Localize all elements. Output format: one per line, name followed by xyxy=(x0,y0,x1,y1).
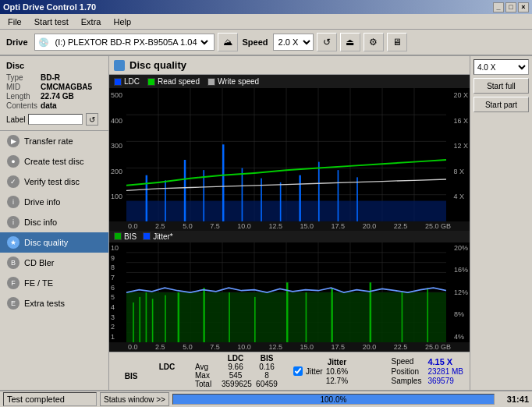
right-panel: 4.0 X Start full Start part xyxy=(470,56,532,390)
drive-selector[interactable]: 💿 (I:) PLEXTOR BD-R PX-B9505A 1.04 xyxy=(34,34,215,51)
maximize-button[interactable]: □ xyxy=(505,2,516,12)
svg-rect-52 xyxy=(229,292,230,342)
svg-rect-13 xyxy=(126,201,446,221)
sidebar-item-cd-bler[interactable]: B CD Bler xyxy=(0,253,108,273)
avg-label: Avg xyxy=(195,363,218,371)
jitter-label: Jitter xyxy=(306,367,323,376)
status-window-button[interactable]: Status window >> xyxy=(100,392,169,406)
menu-help[interactable]: Help xyxy=(108,16,136,27)
close-button[interactable]: × xyxy=(518,2,529,12)
extra-tests-icon: E xyxy=(7,297,20,310)
status-text: Test completed xyxy=(3,392,97,406)
minimize-button[interactable]: _ xyxy=(493,2,504,12)
max-label: Max xyxy=(195,371,218,380)
title-bar-buttons: _ □ × xyxy=(493,2,529,12)
jitter-color xyxy=(143,232,151,240)
start-part-button[interactable]: Start part xyxy=(473,97,529,112)
position-label: Position xyxy=(392,367,422,376)
label-row: Label ↺ xyxy=(0,111,108,127)
contents-value: data xyxy=(41,101,102,110)
label-input[interactable] xyxy=(28,114,83,125)
bottom-chart: 10987654321 xyxy=(109,242,470,342)
sidebar-item-disc-quality[interactable]: ★ Disc quality xyxy=(0,232,108,253)
monitor-button[interactable]: 🖥 xyxy=(387,33,407,51)
disc-info-grid: Type BD-R MID CMCMAGBA5 Length 22.74 GB … xyxy=(0,72,108,111)
nav-label-disc-quality: Disc quality xyxy=(24,238,68,247)
menu-start-test[interactable]: Start test xyxy=(30,16,73,27)
svg-rect-14 xyxy=(146,175,147,221)
menu-extra[interactable]: Extra xyxy=(76,16,106,27)
svg-rect-24 xyxy=(338,170,339,221)
stats-right-info: Speed 4.15 X Position 23281 MB Samples 3… xyxy=(392,357,464,385)
legend-ldc-label: LDC xyxy=(124,77,140,86)
svg-rect-46 xyxy=(139,297,140,342)
samples-label: Samples xyxy=(392,377,422,385)
bis-header: BIS xyxy=(115,372,147,380)
nav-label-drive-info: Drive info xyxy=(24,197,60,207)
drive-info-icon: i xyxy=(7,196,20,208)
sidebar-item-fe-te[interactable]: F FE / TE xyxy=(0,273,108,293)
progress-bar: 100.0% xyxy=(172,394,495,405)
speed-value: 4.15 X xyxy=(427,357,463,366)
drive-dropdown[interactable]: (I:) PLEXTOR BD-R PX-B9505A 1.04 xyxy=(52,37,211,48)
start-full-button[interactable]: Start full xyxy=(473,78,529,94)
sidebar-item-drive-info[interactable]: i Drive info xyxy=(0,192,108,212)
svg-rect-18 xyxy=(222,144,224,221)
sidebar-item-transfer-rate[interactable]: ▶ Transfer rate xyxy=(0,131,108,151)
settings-button[interactable]: ⚙ xyxy=(364,33,384,51)
svg-rect-55 xyxy=(306,292,307,342)
type-label: Type xyxy=(6,73,37,82)
nav-label-create-test-disc: Create test disc xyxy=(24,157,83,166)
label-refresh-button[interactable]: ↺ xyxy=(86,113,98,126)
svg-rect-59 xyxy=(427,288,428,342)
label-key: Label xyxy=(6,115,25,124)
disc-section: Disc Type BD-R MID CMCMAGBA5 Length 22.7… xyxy=(0,56,108,131)
progress-label: 100.0% xyxy=(173,395,494,405)
cd-bler-icon: B xyxy=(7,257,20,269)
sidebar-item-disc-info[interactable]: i Disc info xyxy=(0,212,108,232)
svg-rect-15 xyxy=(165,180,166,221)
nav-label-disc-info: Disc info xyxy=(24,218,57,227)
stats-bar: LDC BIS LDC BIS Avg 9.66 0.16 Max 545 8 … xyxy=(109,352,470,390)
sidebar-item-create-test-disc[interactable]: ● Create test disc xyxy=(0,151,108,172)
sidebar-item-verify-test-disc[interactable]: ✓ Verify test disc xyxy=(0,172,108,192)
eject-button[interactable]: ⏏ xyxy=(340,33,360,51)
speed-select[interactable]: 4.0 X xyxy=(473,59,529,75)
svg-rect-48 xyxy=(152,299,154,342)
max-jitter: 12.7% xyxy=(326,377,348,385)
nav-label-verify-test-disc: Verify test disc xyxy=(24,177,80,186)
top-chart-x-axis: 0.02.55.07.510.012.515.017.520.022.525.0… xyxy=(109,221,470,231)
window-title: Opti Drive Control 1.70 xyxy=(3,2,96,12)
refresh-button[interactable]: ↺ xyxy=(317,33,337,51)
stats-values-grid: LDC BIS Avg 9.66 0.16 Max 545 8 Total 35… xyxy=(195,354,281,388)
contents-label: Contents xyxy=(6,101,37,110)
sidebar: Disc Type BD-R MID CMCMAGBA5 Length 22.7… xyxy=(0,56,109,390)
transfer-rate-icon: ▶ xyxy=(7,135,20,147)
total-ldc: 3599625 xyxy=(222,380,250,388)
svg-rect-54 xyxy=(286,282,288,342)
legend-jitter: Jitter* xyxy=(143,232,173,241)
fe-te-icon: F xyxy=(7,277,20,289)
svg-rect-22 xyxy=(299,175,300,221)
speed-dropdown[interactable]: 2.0 X xyxy=(273,34,314,51)
legend-jitter-label: Jitter* xyxy=(153,232,173,241)
sidebar-item-extra-tests[interactable]: E Extra tests xyxy=(0,293,108,313)
menu-file[interactable]: File xyxy=(3,16,27,27)
bottom-chart-x-axis: 0.02.55.07.510.012.515.017.520.022.525.0… xyxy=(109,342,470,352)
jitter-checkbox[interactable] xyxy=(293,366,303,376)
ldc-color xyxy=(114,78,122,86)
ldc-header: LDC xyxy=(151,363,183,371)
drive-refresh-button[interactable]: ⛰ xyxy=(218,33,238,51)
legend-ldc: LDC xyxy=(114,77,140,86)
svg-rect-51 xyxy=(203,288,204,342)
legend-bis-label: BIS xyxy=(124,232,137,241)
create-test-disc-icon: ● xyxy=(7,155,20,168)
disc-section-title: Disc xyxy=(0,59,108,72)
ldc-col-header: LDC xyxy=(222,354,250,363)
total-bis: 60459 xyxy=(253,380,281,388)
top-chart: 500 400 300 200 100 xyxy=(109,88,470,221)
type-value: BD-R xyxy=(41,73,102,82)
legend-read-speed-label: Read speed xyxy=(158,77,200,86)
svg-rect-53 xyxy=(254,297,256,342)
samples-value: 369579 xyxy=(427,377,463,385)
